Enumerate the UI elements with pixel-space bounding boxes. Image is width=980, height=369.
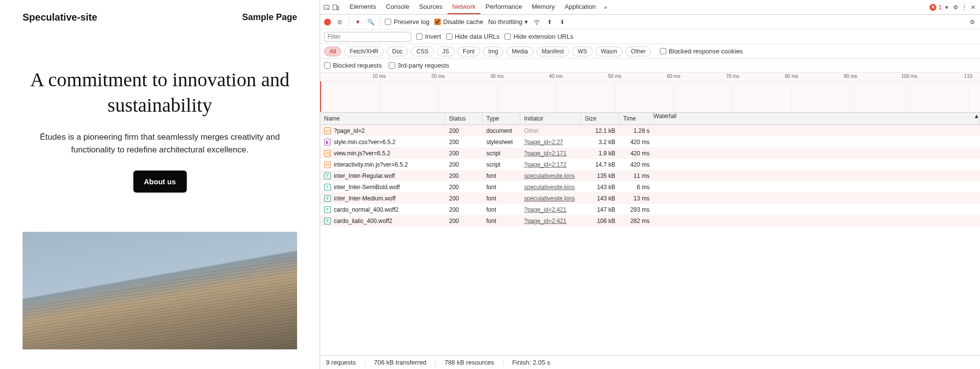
request-initiator[interactable]: ?page_id=2:421 <box>524 206 566 213</box>
col-type[interactable]: Type <box>482 113 520 124</box>
tab-network[interactable]: Network <box>448 0 481 14</box>
type-manifest[interactable]: Manifest <box>536 47 569 56</box>
request-name: inter_Inter-Medium.woff <box>334 195 396 202</box>
request-type: stylesheet <box>482 139 520 146</box>
tab-memory[interactable]: Memory <box>527 0 560 14</box>
request-initiator[interactable]: speculativesite.kins <box>524 172 575 179</box>
request-initiator[interactable]: ?page_id=2:27 <box>524 139 563 146</box>
timeline-overview[interactable]: 10 ms20 ms30 ms40 ms50 ms60 ms70 ms80 ms… <box>320 73 980 113</box>
hide-data-urls-checkbox[interactable]: Hide data URLs <box>446 33 500 40</box>
request-type: document <box>482 127 520 134</box>
throttling-select[interactable]: No throttling ▾ <box>488 18 528 25</box>
col-name[interactable]: Name <box>320 113 445 124</box>
type-img[interactable]: Img <box>483 47 503 56</box>
type-other[interactable]: Other <box>626 47 651 56</box>
svg-rect-1 <box>333 5 337 10</box>
site-title[interactable]: Speculative-site <box>23 12 97 23</box>
table-row[interactable]: JSinteractivity.min.js?ver=6.5.2200scrip… <box>320 159 980 170</box>
more-tabs-icon[interactable]: » <box>602 3 609 11</box>
tab-performance[interactable]: Performance <box>480 0 527 14</box>
type-css[interactable]: CSS <box>411 47 434 56</box>
svg-rect-2 <box>337 6 339 10</box>
page-header: Speculative-site Sample Page <box>23 12 297 23</box>
record-button[interactable] <box>324 19 331 25</box>
table-row[interactable]: JSview.min.js?ver=6.5.2200script?page_id… <box>320 148 980 159</box>
request-type: font <box>482 172 520 179</box>
tab-console[interactable]: Console <box>381 0 414 14</box>
request-name: inter_Inter-Regular.woff <box>334 172 395 179</box>
request-initiator[interactable]: ?page_id=2:421 <box>524 218 566 224</box>
col-initiator[interactable]: Initiator <box>520 113 581 124</box>
disable-cache-checkbox[interactable]: Disable cache <box>434 18 483 25</box>
file-font-icon: T <box>324 172 331 179</box>
nav-sample-page[interactable]: Sample Page <box>242 12 297 23</box>
table-row[interactable]: Tinter_Inter-Medium.woff200fontspeculati… <box>320 193 980 204</box>
filter-input[interactable] <box>324 32 411 42</box>
file-js-icon: JS <box>324 150 331 157</box>
inspect-icon[interactable] <box>323 3 331 11</box>
tab-application[interactable]: Application <box>560 0 601 14</box>
preserve-log-checkbox[interactable]: Preserve log <box>385 18 429 25</box>
type-wasm[interactable]: Wasm <box>596 47 623 56</box>
table-row[interactable]: Tinter_Inter-SemiBold.woff200fontspecula… <box>320 181 980 193</box>
type-fetch-xhr[interactable]: Fetch/XHR <box>344 47 384 56</box>
type-doc[interactable]: Doc <box>387 47 408 56</box>
hide-extension-urls-checkbox[interactable]: Hide extension URLs <box>504 33 573 40</box>
chevron-down-icon[interactable]: ▾ <box>943 3 951 11</box>
third-party-checkbox[interactable]: 3rd-party requests <box>389 62 450 69</box>
kebab-icon[interactable]: ⋮ <box>960 3 968 11</box>
table-row[interactable]: ◧style.min.css?ver=6.5.2200stylesheet?pa… <box>320 136 980 148</box>
request-size: 143 kB <box>581 195 619 202</box>
invert-checkbox[interactable]: Invert <box>416 33 441 40</box>
type-font[interactable]: Font <box>457 47 480 56</box>
upload-icon[interactable]: ⬆ <box>546 18 553 26</box>
timeline-tick: 10 ms <box>373 74 386 79</box>
type-js[interactable]: JS <box>437 47 454 56</box>
svg-point-3 <box>536 24 537 25</box>
table-row[interactable]: Tcardo_italic_400.woff2200font?page_id=2… <box>320 215 980 226</box>
file-font-icon: T <box>324 195 331 202</box>
col-size[interactable]: Size <box>581 113 619 124</box>
col-status[interactable]: Status <box>445 113 482 124</box>
request-initiator[interactable]: Other <box>524 127 539 134</box>
device-icon[interactable] <box>332 3 340 11</box>
filter-icon[interactable]: ▼ <box>354 18 362 26</box>
request-type: font <box>482 218 520 224</box>
about-us-button[interactable]: About us <box>133 171 187 193</box>
request-time: 6 ms <box>619 184 653 191</box>
wifi-icon[interactable] <box>533 18 541 26</box>
blocked-cookies-checkbox[interactable]: Blocked response cookies <box>660 48 743 55</box>
error-badge[interactable]: ✕ 1 <box>930 4 942 11</box>
requests-table: Name Status Type Initiator Size Time Wat… <box>320 113 980 355</box>
request-name: cardo_normal_400.woff2 <box>334 206 399 213</box>
request-initiator[interactable]: ?page_id=2:172 <box>524 161 566 168</box>
col-time[interactable]: Time <box>619 113 653 124</box>
request-status: 200 <box>445 206 482 213</box>
tab-sources[interactable]: Sources <box>414 0 448 14</box>
table-row[interactable]: Tcardo_normal_400.woff2200font?page_id=2… <box>320 204 980 215</box>
request-initiator[interactable]: ?page_id=2:171 <box>524 150 566 157</box>
table-row[interactable]: ▭?page_id=2200documentOther12.1 kB1.28 s <box>320 125 980 136</box>
status-bar: 9 requests 706 kB transferred 788 kB res… <box>320 355 980 369</box>
gear-icon[interactable]: ⚙ <box>952 3 959 11</box>
request-name: cardo_italic_400.woff2 <box>334 218 392 224</box>
blocked-requests-checkbox[interactable]: Blocked requests <box>324 62 382 69</box>
tab-elements[interactable]: Elements <box>345 0 381 14</box>
request-initiator[interactable]: speculativesite.kins <box>524 195 575 202</box>
gear-icon[interactable]: ⚙ <box>968 18 976 26</box>
table-row[interactable]: Tinter_Inter-Regular.woff200fontspeculat… <box>320 170 980 181</box>
clear-icon[interactable]: ⊘ <box>336 18 344 26</box>
download-icon[interactable]: ⬇ <box>558 18 566 26</box>
col-waterfall[interactable]: Waterfall▲ <box>653 113 980 124</box>
hero-subtitle: Études is a pioneering firm that seamles… <box>23 131 297 157</box>
timeline-tick: 90 ms <box>844 74 857 79</box>
close-icon[interactable]: ✕ <box>969 3 977 11</box>
hero-image <box>23 232 297 349</box>
type-ws[interactable]: WS <box>572 47 592 56</box>
type-media[interactable]: Media <box>506 47 533 56</box>
type-all[interactable]: All <box>324 47 341 56</box>
search-icon[interactable]: 🔍 <box>367 18 375 26</box>
file-font-icon: T <box>324 206 331 213</box>
error-count: 1 <box>938 4 942 11</box>
request-initiator[interactable]: speculativesite.kins <box>524 184 575 191</box>
